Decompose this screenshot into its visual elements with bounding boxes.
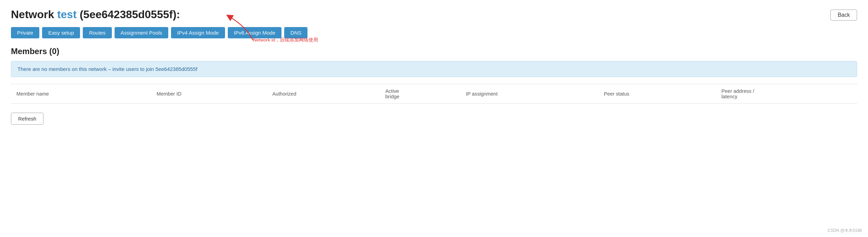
- footer-credit: CSDN @木木0188: [828, 228, 862, 234]
- page-title: Network test (5ee642385d0555f):: [11, 8, 180, 21]
- members-table: Member name Member ID Authorized Activeb…: [11, 84, 857, 104]
- col-active-bridge: Activebridge: [380, 84, 460, 104]
- refresh-button[interactable]: Refresh: [11, 113, 43, 125]
- title-prefix: Network: [11, 8, 57, 21]
- col-member-name: Member name: [11, 84, 151, 104]
- tab-easy-setup[interactable]: Easy setup: [42, 27, 80, 38]
- header-row: Network test (5ee642385d0555f): Back: [11, 8, 857, 21]
- table-header-row: Member name Member ID Authorized Activeb…: [11, 84, 857, 104]
- tab-ipv6-assign-mode[interactable]: IPv6 Assign Mode: [228, 27, 282, 38]
- col-ip-assignment: IP assignment: [460, 84, 599, 104]
- tab-routes[interactable]: Routes: [83, 27, 111, 38]
- col-peer-status: Peer status: [599, 84, 716, 104]
- title-suffix: (5ee642385d0555f):: [77, 8, 180, 21]
- members-title: Members (0): [11, 47, 857, 56]
- col-authorized: Authorized: [267, 84, 380, 104]
- back-button[interactable]: Back: [830, 10, 857, 21]
- tab-dns[interactable]: DNS: [284, 27, 307, 38]
- tab-private[interactable]: Private: [11, 27, 39, 38]
- tab-assignment-pools[interactable]: Assignment Pools: [115, 27, 169, 38]
- col-peer-address-latency: Peer address /latency: [716, 84, 857, 104]
- col-member-id: Member ID: [151, 84, 267, 104]
- nav-tabs: Private Easy setup Routes Assignment Poo…: [11, 27, 857, 38]
- members-section: Members (0) There are no members on this…: [11, 47, 857, 104]
- tab-ipv4-assign-mode[interactable]: IPv4 Assign Mode: [171, 27, 225, 38]
- info-banner: There are no members on this network – i…: [11, 61, 857, 77]
- network-name: test: [57, 8, 77, 21]
